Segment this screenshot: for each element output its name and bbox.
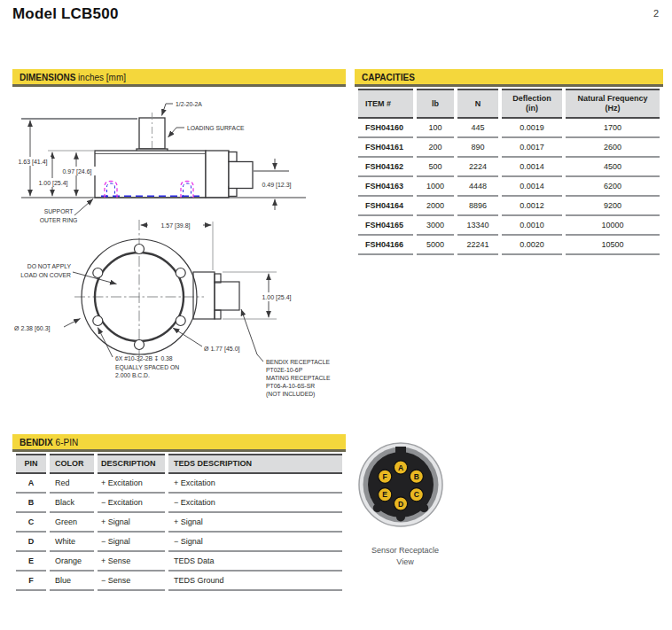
- capacity-n: 22241: [457, 236, 498, 255]
- capacity-n: 445: [457, 119, 498, 138]
- pin-id: B: [16, 494, 46, 513]
- capacity-lb: 2000: [417, 197, 454, 216]
- deflection: 0.0019: [502, 119, 562, 138]
- capacities-row: FSH04163100044480.00146200: [358, 177, 660, 197]
- capacity-n: 2224: [457, 158, 498, 177]
- capacity-lb: 1000: [417, 177, 454, 197]
- label-loading-surface: LOADING SURFACE: [187, 125, 245, 131]
- bottom-view-outline: [74, 220, 239, 365]
- pin-e-label: E: [382, 490, 387, 499]
- item-number: FSH04163: [358, 177, 413, 197]
- receptacle-bump-right: [419, 503, 428, 512]
- bendix-row: FBlue− SenseTEDS Ground: [16, 572, 342, 591]
- datasheet-page: Model LCB500 2 DIMENSIONS inches [mm] CA…: [0, 0, 672, 630]
- capacity-lb: 500: [417, 158, 454, 177]
- dim-width-157: 1.57 [39.8]: [160, 222, 190, 229]
- bendix-row: EOrange+ SenseTEDS Data: [16, 552, 342, 572]
- bendix-header-row: PIN COLOR DESCRIPTION TEDS DESCRIPTION: [16, 454, 342, 474]
- side-view: 1.63 [41.4] 1.00 [25.4] 0.97 [24.6] 0.49…: [14, 101, 306, 223]
- load-cell-body: [95, 151, 206, 198]
- dim-height-100: 1.00 [25.4]: [38, 180, 67, 187]
- dimensions-section-header: DIMENSIONS inches [mm]: [12, 69, 346, 87]
- connector-plug-side: [229, 162, 253, 189]
- natural-frequency: 4500: [566, 158, 660, 177]
- capacities-row: FSH041653000133400.001010000: [358, 216, 660, 236]
- label-receptacle-5: (NOT INCLUDED): [266, 391, 315, 398]
- capacity-lb: 200: [417, 138, 454, 158]
- page-number: 2: [653, 8, 659, 19]
- connector-block-side: [206, 151, 229, 198]
- pin-id: A: [16, 474, 46, 494]
- capacity-lb: 100: [417, 119, 454, 138]
- label-bolt-2: EQUALLY SPACED ON: [115, 364, 179, 371]
- connector-plug-bottom: [215, 282, 239, 310]
- natural-frequency: 10000: [566, 216, 660, 236]
- col-header-lb: lb: [417, 89, 454, 119]
- deflection: 0.0020: [502, 236, 562, 255]
- label-receptacle-1: BENDIX RECEPTACLE: [266, 359, 330, 365]
- pin-description: − Sense: [98, 572, 165, 591]
- label-thread: 1/2-20-2A: [176, 101, 202, 107]
- dim-outer-dia: Ø 2.38 [60.3]: [14, 325, 51, 332]
- col-header-natural-frequency: Natural Frequency (Hz): [566, 89, 660, 119]
- pin-d-label: D: [398, 500, 403, 509]
- item-number: FSH04165: [358, 216, 413, 236]
- pin-description: − Excitation: [98, 494, 165, 513]
- capacities-header-row: ITEM # lb N Deflection (in) Natural Freq…: [358, 89, 660, 119]
- col-header-description: DESCRIPTION: [98, 454, 165, 474]
- dimensions-header-title: DIMENSIONS: [20, 73, 75, 82]
- label-receptacle-2: PT02E-10-6P: [266, 367, 303, 373]
- natural-frequency: 6200: [566, 177, 660, 197]
- item-number: FSH04161: [358, 138, 413, 158]
- receptacle-caption-line1: Sensor Receptacle: [348, 545, 463, 556]
- capacity-n: 4448: [457, 177, 498, 197]
- bendix-row: CGreen+ Signal+ Signal: [16, 513, 342, 533]
- item-number: FSH04166: [358, 236, 413, 255]
- capacities-row: FSH041665000222410.002010500: [358, 236, 660, 255]
- capacity-n: 13340: [457, 216, 498, 236]
- deflection: 0.0017: [502, 138, 562, 158]
- bendix-section-header: BENDIX 6-PIN: [12, 434, 346, 452]
- bottom-view-dimension-lines: [141, 222, 277, 319]
- teds-description: − Excitation: [168, 494, 342, 513]
- wire-color: Green: [50, 513, 94, 533]
- capacity-n: 8896: [457, 197, 498, 216]
- label-bolt-3: 2.000 B.C.D.: [115, 372, 150, 378]
- dim-inner-dia: Ø 1.77 [45.0]: [204, 346, 240, 353]
- teds-description: TEDS Data: [168, 552, 342, 572]
- page-title: Model LCB500: [12, 5, 119, 23]
- capacities-row: FSH04164200088960.00129200: [358, 197, 660, 216]
- receptacle-bump-bottom: [396, 513, 405, 522]
- col-header-color: COLOR: [50, 454, 94, 474]
- label-receptacle-3: MATING RECEPTACLE: [266, 375, 331, 381]
- natural-frequency: 2600: [566, 138, 660, 158]
- dimensions-drawing: 1.63 [41.4] 1.00 [25.4] 0.97 [24.6] 0.49…: [12, 89, 346, 408]
- col-header-n: N: [457, 89, 498, 119]
- receptacle-caption: Sensor Receptacle View: [348, 545, 463, 568]
- receptacle-diagram: A B C D E F: [348, 438, 463, 527]
- dim-connector-width: 1.00 [25.4]: [262, 294, 291, 301]
- pin-description: + Signal: [98, 513, 165, 533]
- label-support-1: SUPPORT: [44, 208, 74, 214]
- receptacle-bump-left: [373, 503, 382, 512]
- teds-description: + Excitation: [168, 474, 342, 494]
- bendix-pin-table: PIN COLOR DESCRIPTION TEDS DESCRIPTION A…: [12, 454, 346, 591]
- capacities-header-title: CAPACITIES: [362, 73, 415, 82]
- capacity-lb: 3000: [417, 216, 454, 236]
- natural-frequency: 1700: [566, 119, 660, 138]
- pin-id: E: [16, 552, 46, 572]
- pin-a-label: A: [398, 463, 403, 472]
- capacities-section-header: CAPACITIES: [355, 69, 663, 87]
- natural-frequency: 10500: [566, 236, 660, 255]
- pin-id: C: [16, 513, 46, 533]
- bendix-header-subtitle: 6-PIN: [53, 438, 78, 447]
- pin-id: F: [16, 572, 46, 591]
- capacities-row: FSH041612008900.00172600: [358, 138, 660, 158]
- wire-color: Black: [50, 494, 94, 513]
- bendix-header-title: BENDIX: [20, 438, 53, 447]
- pin-b-label: B: [414, 472, 419, 481]
- wire-color: White: [50, 533, 94, 552]
- deflection: 0.0014: [502, 177, 562, 197]
- pin-f-label: F: [383, 472, 387, 481]
- bendix-row: BBlack− Excitation− Excitation: [16, 494, 342, 513]
